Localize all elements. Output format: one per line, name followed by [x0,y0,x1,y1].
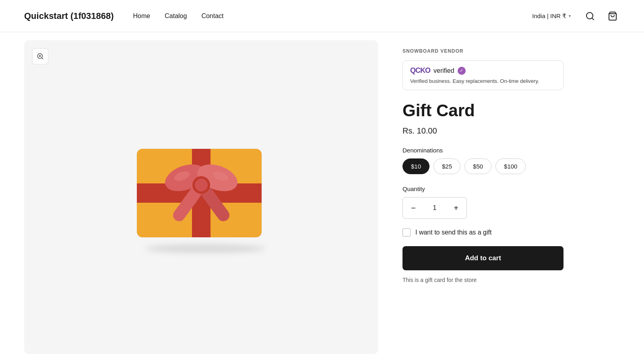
denomination-10[interactable]: $10 [402,158,429,174]
svg-line-1 [592,18,594,19]
verified-check-icon: ✓ [458,67,466,75]
cart-icon [608,11,617,21]
vendor-badge-top: QCKO verified ✓ [410,66,556,75]
gift-card-image [133,145,270,249]
svg-line-4 [41,58,43,59]
nav-contact[interactable]: Contact [201,12,223,20]
quantity-increase-button[interactable]: + [446,197,466,218]
quantity-label: Quantity [402,185,620,192]
verified-text: verified [433,67,454,74]
denomination-25[interactable]: $25 [433,158,460,174]
gift-card-note: This is a gift card for the store [402,277,564,283]
locale-label: India | INR ₹ [532,12,566,20]
search-button[interactable] [583,9,597,23]
vendor-label: SNOWBOARD VENDOR [402,48,620,54]
site-header: Quickstart (1f031868) Home Catalog Conta… [0,0,644,32]
product-detail: SNOWBOARD VENDOR QCKO verified ✓ Verifie… [378,32,644,362]
main-content: SNOWBOARD VENDOR QCKO verified ✓ Verifie… [0,32,644,362]
cart-button[interactable] [605,9,620,23]
zoom-icon [37,53,44,60]
vendor-tagline: Verified business. Easy replacements. On… [410,78,556,84]
svg-point-14 [195,179,208,191]
denomination-50[interactable]: $50 [464,158,491,174]
product-gallery [24,40,378,354]
zoom-button[interactable] [32,48,48,64]
denominations-group: $10 $25 $50 $100 [402,158,620,174]
site-logo[interactable]: Quickstart (1f031868) [24,11,114,21]
header-right: India | INR ₹ ▾ [528,9,620,23]
gift-card-svg [133,145,270,245]
product-title: Gift Card [402,101,620,120]
quantity-decrease-button[interactable]: − [403,197,424,218]
vendor-badge: QCKO verified ✓ Verified business. Easy … [402,60,564,90]
search-icon [585,11,595,21]
product-price: Rs. 10.00 [402,126,620,136]
quantity-value: 1 [424,204,446,212]
add-to-cart-button[interactable]: Add to cart [402,246,564,270]
gift-checkbox-label[interactable]: I want to send this as a gift [415,229,491,236]
gift-checkbox[interactable] [402,228,411,237]
nav-home[interactable]: Home [133,12,151,20]
vendor-logo: QCKO [410,66,430,75]
header-left: Quickstart (1f031868) Home Catalog Conta… [24,11,224,21]
main-nav: Home Catalog Contact [133,12,224,20]
locale-selector[interactable]: India | INR ₹ ▾ [528,10,575,22]
quantity-control: − 1 + [402,197,467,219]
nav-catalog[interactable]: Catalog [165,12,187,20]
denominations-label: Denominations [402,147,620,154]
gift-option-row: I want to send this as a gift [402,228,620,237]
chevron-down-icon: ▾ [569,14,571,18]
denomination-100[interactable]: $100 [495,158,526,174]
